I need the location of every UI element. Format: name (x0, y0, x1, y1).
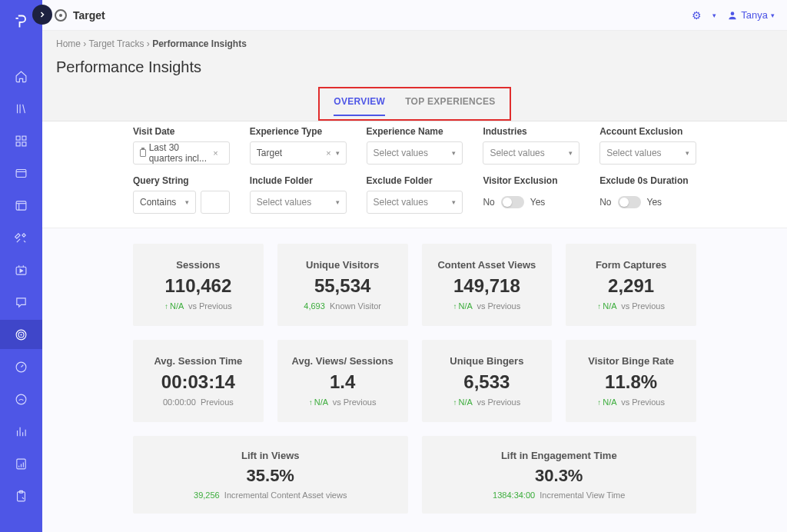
nav-home-icon[interactable] (0, 62, 42, 91)
kpi-value: 11.8% (573, 371, 689, 393)
kpi-inc-label: Incremental Content Asset views (224, 490, 347, 500)
kpi-unique-visitors: Unique Visitors 55,534 4,693 Known Visit… (277, 244, 408, 326)
kpi-change: N/A (453, 301, 473, 311)
nav-play-icon[interactable] (0, 255, 42, 284)
filter-label: Industries (483, 126, 579, 137)
svg-rect-4 (16, 169, 26, 177)
kpi-vs: vs Previous (188, 301, 232, 311)
experience-name-select[interactable]: Select values ▾ (367, 141, 463, 165)
toggle-no: No (483, 197, 494, 208)
nav-bar-chart-icon[interactable] (0, 417, 42, 446)
nav-window-icon[interactable] (0, 191, 42, 220)
toggle-no: No (599, 197, 611, 208)
tab-top-experiences[interactable]: TOP EXPERIENCES (405, 96, 495, 116)
toggle-yes: Yes (530, 197, 546, 208)
nav-report-icon[interactable] (0, 449, 42, 478)
main-area: Target ⚙ ▾ Tanya ▾ Home › Target Tracks … (42, 0, 787, 532)
filter-exclude-folder: Exclude Folder Select values ▾ (367, 175, 463, 214)
kpi-change: N/A (164, 301, 184, 311)
kpi-title: Lift in Views (141, 450, 400, 461)
kpi-value: 55,534 (285, 275, 400, 297)
clear-icon[interactable]: × (213, 148, 218, 158)
chevron-down-icon: ▾ (452, 198, 456, 206)
kpi-visitor-binge-rate: Visitor Binge Rate 11.8% N/A vs Previous (566, 340, 696, 422)
breadcrumb-tracks[interactable]: Target Tracks (88, 38, 144, 49)
placeholder: Select values (374, 197, 428, 208)
kpi-value: 110,462 (141, 275, 256, 297)
filter-account-exclusion: Account Exclusion Select values ▾ (599, 126, 696, 165)
filter-exclude-zero: Exclude 0s Duration No Yes (599, 175, 696, 214)
page-title: Performance Insights (56, 58, 773, 76)
experience-type-select[interactable]: Target × ▾ (250, 141, 347, 165)
experience-type-value: Target (257, 148, 282, 158)
query-string-input[interactable] (201, 191, 230, 214)
svg-rect-3 (22, 141, 26, 145)
kpi-known-n: 4,693 (304, 301, 325, 311)
include-folder-select[interactable]: Select values ▾ (250, 191, 347, 214)
nav-library-icon[interactable] (0, 94, 42, 123)
placeholder: Select values (257, 197, 311, 208)
filter-visit-date: Visit Date Last 30 quarters incl... × (133, 126, 230, 165)
chevron-down-icon: ▾ (336, 149, 340, 157)
nav-chat-icon[interactable] (0, 288, 42, 317)
filter-industries: Industries Select values ▾ (483, 126, 579, 165)
filter-label: Exclude Folder (367, 175, 463, 186)
kpi-sessions: Sessions 110,462 N/A vs Previous (133, 244, 264, 326)
nav-gauge-icon[interactable] (0, 352, 42, 381)
nav-clipboard-icon[interactable] (0, 481, 42, 510)
kpi-known-label: Known Visitor (330, 301, 381, 311)
visit-date-value: Last 30 quarters incl... (149, 142, 214, 164)
kpi-avg-views-sessions: Avg. Views/ Sessions 1.4 N/A vs Previous (277, 340, 408, 422)
filter-label: Visitor Exclusion (483, 175, 579, 186)
industries-select[interactable]: Select values ▾ (483, 141, 579, 165)
kpi-value: 30.3% (430, 466, 689, 486)
filter-label: Account Exclusion (599, 126, 696, 137)
chevron-down-icon: ▾ (686, 149, 689, 157)
kpi-change: N/A (453, 397, 473, 407)
kpi-inc-n: 39,256 (194, 490, 220, 500)
query-op-select[interactable]: Contains ▾ (133, 191, 196, 214)
nav-tools-icon[interactable] (0, 223, 42, 252)
filter-visitor-exclusion: Visitor Exclusion No Yes (483, 175, 579, 214)
kpi-value: 149,718 (430, 275, 545, 297)
svg-rect-2 (16, 141, 20, 145)
tab-overview[interactable]: OVERVIEW (334, 96, 385, 116)
exclude-folder-select[interactable]: Select values ▾ (367, 191, 463, 214)
svg-rect-5 (16, 201, 26, 209)
breadcrumb-home[interactable]: Home (56, 38, 81, 49)
nav-target-icon[interactable] (0, 320, 42, 349)
tabs-row: OVERVIEW TOP EXPERIENCES (42, 87, 787, 121)
kpi-vs: vs Previous (621, 397, 665, 407)
kpi-title: Visitor Binge Rate (573, 355, 689, 367)
kpi-title: Avg. Views/ Sessions (285, 355, 400, 367)
nav-speed-icon[interactable] (0, 384, 42, 414)
settings-caret-icon[interactable]: ▾ (712, 12, 716, 19)
exclude-zero-toggle[interactable] (618, 196, 641, 208)
user-name: Tanya (741, 9, 768, 21)
visit-date-select[interactable]: Last 30 quarters incl... × (133, 141, 230, 165)
context-target-icon (55, 9, 67, 22)
context-name: Target (73, 9, 105, 22)
kpi-value: 00:03:14 (141, 371, 256, 393)
kpi-avg-session-time: Avg. Session Time 00:03:14 00:00:00 Prev… (133, 340, 264, 422)
user-menu[interactable]: Tanya ▾ (727, 9, 775, 21)
settings-icon[interactable]: ⚙ (692, 9, 702, 22)
kpi-change: N/A (597, 301, 616, 311)
clear-icon[interactable]: × (326, 148, 330, 158)
kpi-lift-views: Lift in Views 35.5% 39,256 Incremental C… (133, 436, 408, 514)
filter-label: Experience Name (367, 126, 463, 137)
svg-point-9 (20, 334, 22, 335)
kpi-unique-bingers: Unique Bingers 6,533 N/A vs Previous (422, 340, 553, 422)
kpi-title: Sessions (141, 259, 256, 271)
filter-experience-type: Experience Type Target × ▾ (250, 126, 347, 165)
filter-label: Exclude 0s Duration (599, 175, 696, 186)
filter-label: Visit Date (133, 126, 230, 137)
sidebar-expand-button[interactable] (32, 5, 52, 25)
visitor-exclusion-toggle[interactable] (501, 196, 524, 208)
svg-rect-1 (22, 136, 26, 140)
filters-panel: Visit Date Last 30 quarters incl... × Ex… (42, 121, 787, 228)
kpi-title: Unique Visitors (285, 259, 400, 271)
nav-apps-icon[interactable] (0, 126, 42, 155)
account-exclusion-select[interactable]: Select values ▾ (599, 141, 696, 165)
nav-box-icon[interactable] (0, 158, 42, 188)
